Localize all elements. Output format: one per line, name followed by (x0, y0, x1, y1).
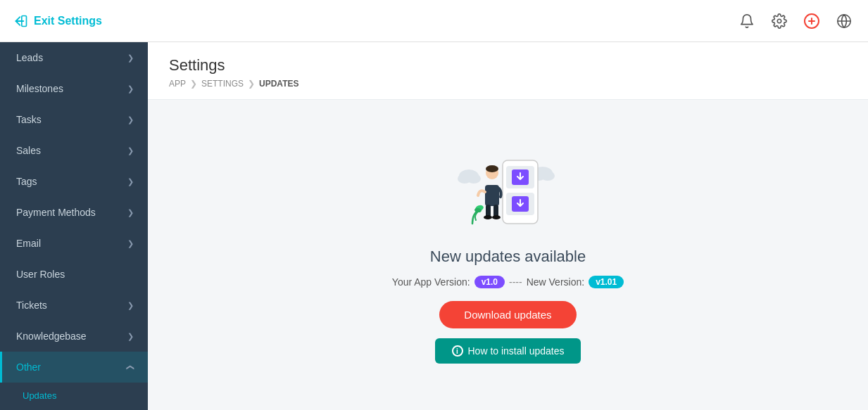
gear-icon[interactable] (769, 11, 789, 31)
update-illustration (451, 146, 564, 238)
add-circle-icon[interactable] (802, 11, 822, 31)
main-layout: Leads ❯ Milestones ❯ Tasks ❯ Sales ❯ Tag… (0, 42, 868, 410)
info-circle-icon: i (452, 345, 463, 357)
sidebar-item-tickets-label: Tickets (16, 300, 47, 311)
main-content: New updates available Your App Version: … (148, 100, 868, 410)
sidebar-item-sales-label: Sales (16, 145, 41, 156)
sidebar-item-leads-label: Leads (16, 52, 43, 63)
sidebar-item-tickets[interactable]: Tickets ❯ (0, 290, 148, 321)
breadcrumb-app: APP (169, 79, 186, 89)
sidebar-item-payment-methods[interactable]: Payment Methods ❯ (0, 197, 148, 228)
topbar: Exit Settings (0, 0, 868, 42)
sidebar-item-tags-label: Tags (16, 176, 37, 187)
topbar-icons (737, 11, 854, 31)
globe-icon[interactable] (834, 11, 854, 31)
current-version-badge: v1.0 (474, 276, 505, 288)
chevron-right-icon: ❯ (127, 301, 134, 310)
version-label: Your App Version: (392, 276, 470, 288)
sidebar-item-other[interactable]: Other ❮ (0, 352, 148, 383)
svg-rect-17 (485, 185, 499, 206)
bell-icon[interactable] (737, 11, 757, 31)
new-version-label: New Version: (527, 276, 584, 288)
chevron-right-icon: ❯ (127, 177, 134, 186)
page-title: Settings (169, 56, 847, 75)
breadcrumb-settings: SETTINGS (201, 79, 244, 89)
sidebar-item-payment-methods-label: Payment Methods (16, 207, 96, 218)
exit-settings-label: Exit Settings (34, 15, 102, 27)
chevron-right-icon: ❯ (127, 239, 134, 248)
svg-point-16 (486, 165, 498, 172)
sidebar-item-sales[interactable]: Sales ❯ (0, 135, 148, 166)
exit-icon (14, 14, 28, 28)
sidebar-item-tasks[interactable]: Tasks ❯ (0, 104, 148, 135)
how-to-install-button[interactable]: i How to install updates (435, 338, 581, 364)
sidebar-item-knowledgebase-label: Knowledgebase (16, 331, 87, 342)
version-separator: ---- (509, 276, 522, 288)
svg-point-21 (492, 215, 501, 219)
update-title: New updates available (430, 248, 586, 266)
version-line: Your App Version: v1.0 ---- New Version:… (392, 276, 624, 288)
sidebar-item-knowledgebase[interactable]: Knowledgebase ❯ (0, 321, 148, 352)
svg-point-9 (541, 171, 555, 181)
sidebar-item-milestones[interactable]: Milestones ❯ (0, 73, 148, 104)
sidebar-item-tasks-label: Tasks (16, 114, 42, 125)
sidebar: Leads ❯ Milestones ❯ Tasks ❯ Sales ❯ Tag… (0, 42, 148, 410)
sidebar-item-milestones-label: Milestones (16, 83, 63, 94)
breadcrumb-sep-1: ❯ (190, 79, 197, 89)
chevron-right-icon: ❯ (127, 208, 134, 217)
sidebar-item-tags[interactable]: Tags ❯ (0, 166, 148, 197)
content-area: Settings APP ❯ SETTINGS ❯ UPDATES (148, 42, 868, 410)
exit-settings-button[interactable]: Exit Settings (14, 14, 102, 28)
chevron-right-icon: ❯ (127, 146, 134, 155)
breadcrumb-current: UPDATES (259, 79, 298, 89)
breadcrumb: APP ❯ SETTINGS ❯ UPDATES (169, 79, 847, 89)
update-card: New updates available Your App Version: … (392, 146, 624, 364)
chevron-down-icon: ❮ (126, 364, 135, 371)
sidebar-item-email[interactable]: Email ❯ (0, 228, 148, 259)
sidebar-item-user-roles-label: User Roles (16, 269, 65, 280)
sidebar-sub-item-updates[interactable]: Updates (0, 383, 148, 409)
chevron-right-icon: ❯ (127, 53, 134, 63)
settings-header: Settings APP ❯ SETTINGS ❯ UPDATES (148, 42, 868, 100)
sidebar-sub-item-updates-label: Updates (23, 390, 56, 401)
breadcrumb-sep-2: ❯ (248, 79, 255, 89)
svg-point-20 (484, 215, 492, 219)
sidebar-item-email-label: Email (16, 238, 41, 249)
sidebar-item-user-roles[interactable]: User Roles (0, 259, 148, 290)
sidebar-item-other-label: Other (16, 361, 41, 373)
new-version-badge: v1.01 (589, 276, 624, 288)
how-to-install-label: How to install updates (468, 345, 565, 357)
chevron-right-icon: ❯ (127, 115, 134, 124)
sidebar-item-leads[interactable]: Leads ❯ (0, 42, 148, 73)
chevron-right-icon: ❯ (127, 332, 134, 341)
download-updates-button[interactable]: Download updates (439, 301, 576, 328)
svg-point-1 (777, 19, 781, 23)
chevron-right-icon: ❯ (127, 84, 134, 94)
svg-point-6 (467, 174, 481, 184)
